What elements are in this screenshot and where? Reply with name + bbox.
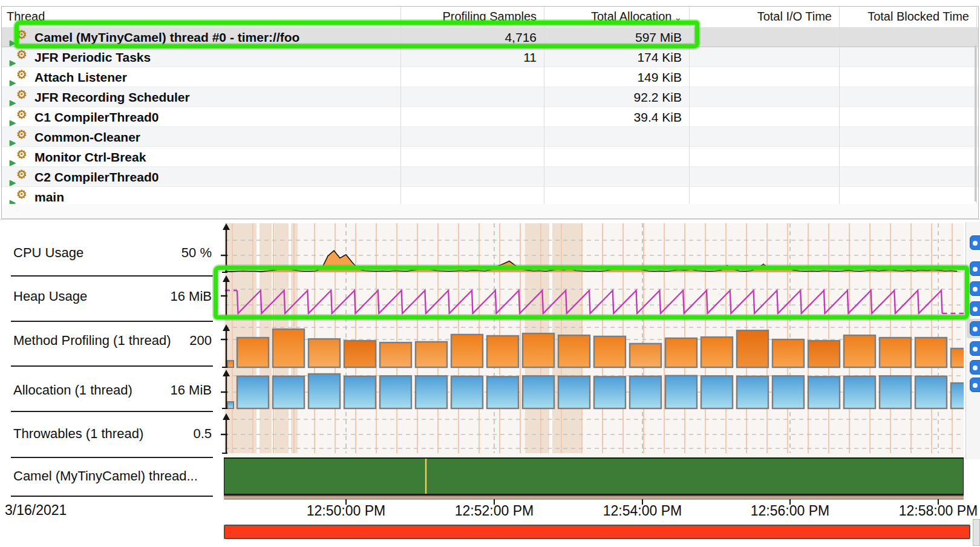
lane-separator bbox=[11, 365, 213, 367]
chart-toolbar-button-6[interactable] bbox=[970, 360, 980, 375]
allocation-bar-2 bbox=[309, 374, 340, 408]
method-profiling-bar-7 bbox=[487, 336, 518, 367]
thread-name: Attach Listener bbox=[2, 67, 400, 87]
lane-label-4: Throwables (1 thread) bbox=[13, 426, 143, 442]
cell-profiling-samples bbox=[405, 167, 537, 187]
thread-row-3[interactable]: ⚙▶JFR Recording Scheduler92.2 KiB bbox=[2, 87, 978, 107]
date-label: 3/16/2021 bbox=[5, 502, 67, 519]
cell-total-i-o-time bbox=[694, 187, 832, 204]
time-axis-strip bbox=[224, 496, 964, 499]
annotation-heap-usage-lane bbox=[214, 266, 969, 319]
cell-profiling-samples bbox=[405, 87, 537, 107]
cell-total-i-o-time bbox=[694, 47, 832, 67]
allocation-bar-16 bbox=[808, 376, 840, 408]
time-tick-label-2: 12:54:00 PM bbox=[594, 503, 691, 519]
method-profiling-bar-14 bbox=[737, 330, 768, 367]
thread-row-6[interactable]: ⚙▶Monitor Ctrl-Break bbox=[2, 147, 978, 167]
thread-row-5[interactable]: ⚙▶Common-Cleaner bbox=[2, 127, 978, 147]
thread-row-7[interactable]: ⚙▶C2 CompilerThread0 bbox=[2, 167, 978, 187]
allocation-bar-13 bbox=[701, 376, 733, 408]
cell-profiling-samples bbox=[405, 127, 537, 147]
thread-name: C2 CompilerThread0 bbox=[2, 167, 400, 187]
method-profiling-bar-5 bbox=[416, 342, 447, 367]
lane-separator bbox=[11, 411, 213, 412]
time-tick-label-1: 12:52:00 PM bbox=[446, 503, 543, 519]
allocation-partial-bucket bbox=[227, 402, 234, 408]
thread-name: JFR Periodic Tasks bbox=[2, 47, 400, 67]
lane-label-2: Method Profiling (1 thread) bbox=[13, 333, 171, 349]
column-header-total-blocked-time[interactable]: Total Blocked Time bbox=[844, 7, 969, 27]
cell-total-blocked-time bbox=[844, 147, 969, 167]
cell-total-allocation bbox=[549, 147, 682, 167]
time-range-selector[interactable] bbox=[224, 525, 970, 539]
allocation-bar-4 bbox=[380, 376, 411, 408]
time-tick-label-4: 12:58:00 PM bbox=[890, 503, 980, 519]
thread-table-body: ⚙▶Camel (MyTinyCamel) thread #0 - timer:… bbox=[2, 27, 978, 204]
method-profiling-bar-11 bbox=[630, 344, 661, 367]
column-separator bbox=[976, 7, 977, 204]
thread-name: C1 CompilerThread0 bbox=[2, 107, 400, 127]
column-header-label: Total Blocked Time bbox=[867, 10, 969, 23]
thread-name: Common-Cleaner bbox=[2, 127, 400, 147]
cell-total-allocation bbox=[549, 187, 682, 204]
allocation-bar-1 bbox=[273, 376, 304, 408]
thread-activity-band[interactable] bbox=[224, 458, 964, 494]
cell-total-i-o-time bbox=[694, 27, 832, 47]
thread-row-8[interactable]: ⚙▶main bbox=[2, 187, 978, 204]
allocation-bar-5 bbox=[416, 376, 447, 408]
lane-axis-tick-label-3: 16 MiB bbox=[171, 382, 212, 398]
column-header-total-i-o-time[interactable]: Total I/O Time bbox=[694, 7, 832, 27]
method-profiling-bar-1 bbox=[273, 329, 304, 367]
chart-toolbar-button-3[interactable] bbox=[970, 301, 980, 316]
lane-axis-tick-label-2: 200 bbox=[189, 333, 212, 349]
lane-separator bbox=[11, 496, 213, 497]
allocation-bar-17 bbox=[844, 376, 875, 408]
annotation-selected-thread-row bbox=[15, 21, 699, 48]
cell-total-i-o-time bbox=[694, 107, 832, 127]
thread-name: JFR Recording Scheduler bbox=[2, 87, 400, 107]
time-tick-label-3: 12:56:00 PM bbox=[742, 503, 838, 519]
lane-label-3: Allocation (1 thread) bbox=[13, 382, 132, 398]
cell-total-blocked-time bbox=[844, 127, 969, 147]
lane-axis-tick-label-1: 16 MiB bbox=[171, 289, 212, 304]
cell-total-blocked-time bbox=[844, 87, 969, 107]
method-profiling-bar-12 bbox=[665, 338, 697, 367]
method-profiling-bar-16 bbox=[808, 341, 840, 367]
scroll-corner[interactable] bbox=[973, 519, 980, 546]
column-separator bbox=[839, 7, 840, 204]
cell-total-allocation: 92.2 KiB bbox=[549, 87, 682, 107]
chart-toolbar-button-7[interactable] bbox=[970, 378, 980, 392]
method-profiling-bar-8 bbox=[523, 333, 554, 367]
thread-row-2[interactable]: ⚙▶Attach Listener149 KiB bbox=[2, 67, 978, 87]
method-profiling-bar-0 bbox=[237, 338, 269, 367]
cell-profiling-samples bbox=[405, 147, 537, 167]
chart-toolbar-button-1[interactable] bbox=[970, 261, 980, 276]
thread-name: Monitor Ctrl-Break bbox=[2, 147, 400, 167]
lane-separator bbox=[11, 321, 213, 322]
column-header-label: Total I/O Time bbox=[757, 10, 832, 23]
allocation-bar-10 bbox=[594, 376, 626, 408]
jfr-profiler-window: ThreadProfiling SamplesTotal Allocation⌄… bbox=[0, 0, 980, 547]
cell-profiling-samples bbox=[405, 107, 537, 127]
chart-toolbar-button-2[interactable] bbox=[970, 281, 980, 296]
allocation-bar-7 bbox=[487, 376, 518, 408]
time-tick-label-0: 12:50:00 PM bbox=[298, 503, 394, 519]
allocation-bar-12 bbox=[665, 376, 697, 408]
cell-total-i-o-time bbox=[694, 87, 832, 107]
method-profiling-bar-6 bbox=[451, 335, 483, 367]
cell-profiling-samples: 11 bbox=[405, 47, 537, 67]
chart-toolbar-button-5[interactable] bbox=[970, 341, 980, 356]
chart-toolbar-strip bbox=[965, 222, 980, 459]
lane-axis-tick-label-0: 50 % bbox=[181, 245, 212, 261]
cell-profiling-samples bbox=[405, 67, 537, 87]
chart-toolbar-button-4[interactable] bbox=[970, 321, 980, 336]
allocation-bar-15 bbox=[773, 376, 804, 408]
cell-profiling-samples bbox=[405, 187, 537, 204]
thread-row-1[interactable]: ⚙▶JFR Periodic Tasks11174 KiB bbox=[2, 47, 978, 67]
cell-total-i-o-time bbox=[694, 167, 832, 187]
table-hscroll-track[interactable] bbox=[2, 204, 978, 219]
chart-toolbar-button-0[interactable] bbox=[970, 235, 980, 250]
thread-row-4[interactable]: ⚙▶C1 CompilerThread039.4 KiB bbox=[2, 107, 978, 127]
lane-label-1: Heap Usage bbox=[13, 289, 87, 304]
cell-total-allocation: 39.4 KiB bbox=[549, 107, 682, 127]
